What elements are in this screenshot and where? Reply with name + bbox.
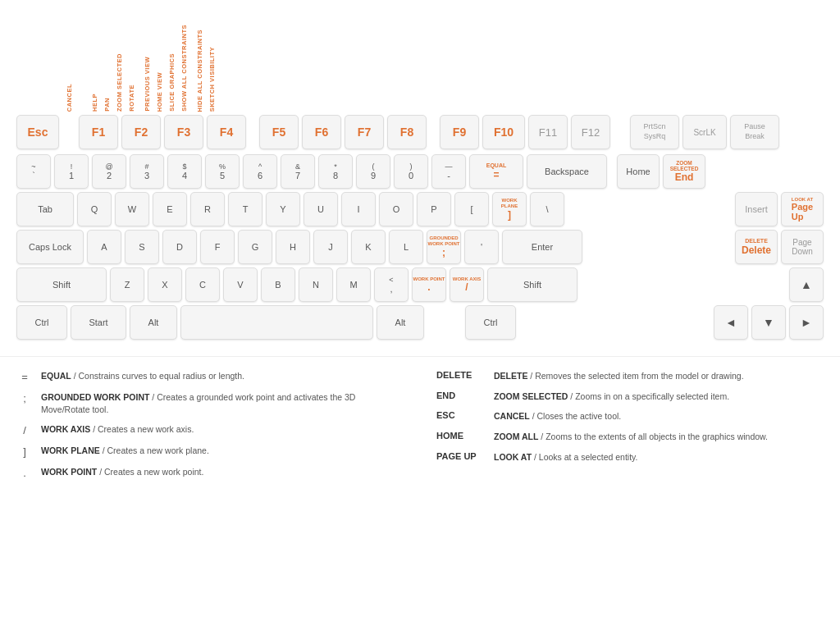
key-k[interactable]: K	[351, 230, 386, 264]
key-t[interactable]: T	[228, 192, 262, 226]
legend-text-bracket: WORK PLANE / Creates a new work plane.	[41, 445, 209, 457]
label-prev-view: PREVIOUS VIEW	[144, 53, 151, 112]
key-arrow-up[interactable]: ▲	[789, 267, 824, 302]
key-f8[interactable]: F8	[387, 115, 427, 149]
key-delete[interactable]: DELETE Delete	[735, 230, 778, 264]
key-quote[interactable]: '	[464, 230, 499, 264]
key-c[interactable]: C	[185, 267, 220, 302]
key-arrow-right[interactable]: ►	[789, 305, 824, 340]
key-end[interactable]: ZOOMSELECTED End	[663, 154, 705, 189]
key-shift-right[interactable]: Shift	[487, 267, 578, 302]
key-7[interactable]: & 7	[281, 154, 315, 189]
legend-home: HOME ZOOM ALL / Zooms to the extents of …	[436, 431, 807, 443]
key-f1[interactable]: F1	[79, 115, 118, 149]
key-n[interactable]: N	[299, 267, 333, 302]
number-row: ~ ` ! 1 @ 2 # 3 $ 4 % 5 ^ 6 & 7	[16, 154, 824, 189]
key-equal[interactable]: EQUAL =	[469, 154, 523, 189]
key-f6[interactable]: F6	[302, 115, 341, 149]
key-5[interactable]: % 5	[205, 154, 240, 189]
key-bracket-close[interactable]: WORKPLANE ]	[492, 192, 527, 226]
key-bracket-open[interactable]: [	[454, 192, 489, 226]
key-x[interactable]: X	[148, 267, 182, 302]
key-q[interactable]: Q	[77, 192, 112, 226]
key-comma[interactable]: < ,	[374, 267, 409, 302]
key-o[interactable]: O	[379, 192, 413, 226]
key-ctrl-left[interactable]: Ctrl	[16, 305, 67, 340]
key-tab[interactable]: Tab	[16, 192, 74, 226]
key-1[interactable]: ! 1	[54, 154, 89, 189]
key-i[interactable]: I	[341, 192, 376, 226]
key-backslash[interactable]: \	[530, 192, 564, 226]
key-enter[interactable]: Enter	[502, 230, 582, 264]
key-a[interactable]: A	[87, 230, 121, 264]
key-b[interactable]: B	[261, 267, 295, 302]
key-l[interactable]: L	[389, 230, 423, 264]
key-space[interactable]	[180, 305, 373, 340]
legend-text-period: WORK POINT / Creates a new work point.	[41, 466, 203, 478]
key-backtick[interactable]: ~ `	[16, 154, 51, 189]
key-arrow-down[interactable]: ▼	[751, 305, 786, 340]
key-arrow-left[interactable]: ◄	[714, 305, 748, 340]
legend-section: = EQUAL / Constrains curves to equal rad…	[0, 356, 840, 487]
key-4[interactable]: $ 4	[167, 154, 202, 189]
key-f4[interactable]: F4	[207, 115, 246, 149]
fkey-row: Esc F1 F2 F3 F4 F5 F6 F7 F8 F9 F10 F11 F…	[16, 115, 824, 149]
key-f7[interactable]: F7	[345, 115, 384, 149]
key-2[interactable]: @ 2	[92, 154, 126, 189]
caps-row: Caps Lock A S D F G H J K L GROUNDEDWORK…	[16, 230, 824, 264]
key-alt-right[interactable]: Alt	[377, 305, 424, 340]
key-f[interactable]: F	[200, 230, 235, 264]
label-hide-constraints: HIDE ALL CONSTRAINTS	[196, 26, 203, 112]
key-prtscn[interactable]: PrtScnSysRq	[630, 115, 679, 149]
key-scrollock[interactable]: ScrLK	[682, 115, 727, 149]
key-v[interactable]: V	[223, 267, 258, 302]
key-g[interactable]: G	[238, 230, 272, 264]
legend-left: = EQUAL / Constrains curves to equal rad…	[16, 370, 420, 487]
legend-sym-end: END	[436, 391, 486, 400]
key-8[interactable]: * 8	[318, 154, 353, 189]
key-r[interactable]: R	[190, 192, 225, 226]
label-zoom-selected: ZOOM SELECTED	[116, 50, 123, 112]
key-p[interactable]: P	[417, 192, 451, 226]
key-alt-left[interactable]: Alt	[130, 305, 177, 340]
key-6[interactable]: ^ 6	[243, 154, 277, 189]
key-d[interactable]: D	[162, 230, 197, 264]
key-f2[interactable]: F2	[121, 115, 161, 149]
key-j[interactable]: J	[313, 230, 348, 264]
key-w[interactable]: W	[115, 192, 149, 226]
key-3[interactable]: # 3	[130, 154, 164, 189]
key-m[interactable]: M	[336, 267, 371, 302]
key-backspace[interactable]: Backspace	[527, 154, 607, 189]
key-home[interactable]: Home	[617, 154, 660, 189]
key-0[interactable]: ) 0	[394, 154, 428, 189]
key-f11[interactable]: F11	[528, 115, 568, 149]
legend-sym-semicolon: ;	[16, 391, 33, 404]
key-period[interactable]: WORK POINT .	[412, 267, 446, 302]
label-show-constraints: SHOW ALL CONSTRAINTS	[180, 21, 188, 112]
key-y[interactable]: Y	[266, 192, 300, 226]
key-esc[interactable]: Esc	[16, 115, 59, 149]
key-pageup[interactable]: LOOK AT PageUp	[781, 192, 824, 226]
key-pause[interactable]: PauseBreak	[730, 115, 779, 149]
key-f5[interactable]: F5	[259, 115, 299, 149]
key-9[interactable]: ( 9	[356, 154, 390, 189]
key-h[interactable]: H	[276, 230, 310, 264]
key-f10[interactable]: F10	[482, 115, 525, 149]
key-ctrl-right[interactable]: Ctrl	[465, 305, 516, 340]
key-e[interactable]: E	[153, 192, 187, 226]
key-capslock[interactable]: Caps Lock	[16, 230, 84, 264]
key-shift-left[interactable]: Shift	[16, 267, 107, 302]
key-slash[interactable]: WORK AXIS /	[450, 267, 484, 302]
key-f9[interactable]: F9	[440, 115, 479, 149]
key-u[interactable]: U	[304, 192, 338, 226]
legend-equal: = EQUAL / Constrains curves to equal rad…	[16, 370, 404, 383]
key-s[interactable]: S	[125, 230, 159, 264]
key-minus[interactable]: — -	[431, 154, 466, 189]
key-z[interactable]: Z	[110, 267, 144, 302]
key-insert[interactable]: Insert	[735, 192, 778, 226]
key-pagedown[interactable]: PageDown	[781, 230, 824, 264]
key-f12[interactable]: F12	[571, 115, 610, 149]
key-start[interactable]: Start	[71, 305, 126, 340]
key-f3[interactable]: F3	[164, 115, 203, 149]
key-semicolon[interactable]: GROUNDEDWORK POINT ;	[427, 230, 461, 264]
